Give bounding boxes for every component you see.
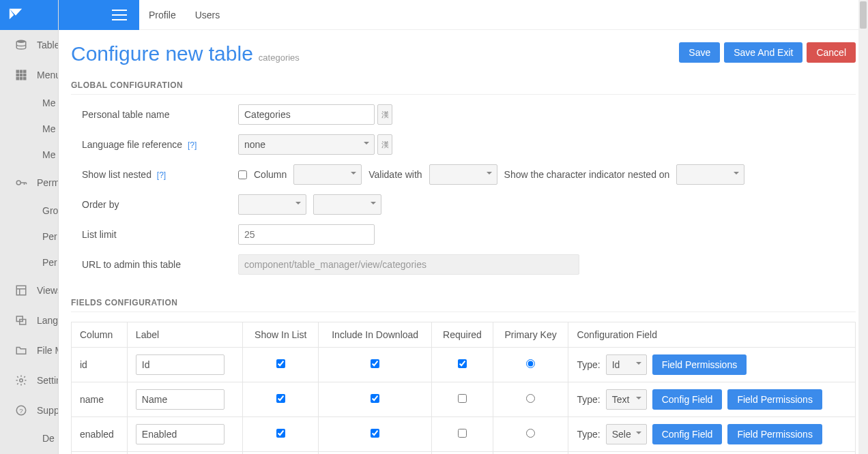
sidebar-sub-perm[interactable]: Per <box>0 224 58 249</box>
config-field-button[interactable]: Config Field <box>652 389 723 410</box>
radio-pk[interactable] <box>526 359 535 368</box>
sidebar-item-file[interactable]: File M <box>0 335 58 365</box>
layout-icon <box>15 284 27 297</box>
hamburger-icon[interactable] <box>112 10 127 20</box>
label-list-limit: List limit <box>71 229 238 240</box>
translate-button[interactable]: 漢 <box>377 134 392 155</box>
brand-bar <box>0 0 58 30</box>
page-subtitle: categories <box>259 52 300 63</box>
th-required: Required <box>432 322 493 348</box>
select-validate-with[interactable] <box>429 164 497 185</box>
language-icon <box>15 314 27 327</box>
select-show-char[interactable] <box>676 164 744 185</box>
svg-point-0 <box>16 40 26 44</box>
th-column: Column <box>72 322 128 348</box>
select-order-field[interactable] <box>238 194 306 215</box>
topnav-users[interactable]: Users <box>195 10 220 20</box>
select-type[interactable]: Select <box>606 424 647 444</box>
input-field-label[interactable] <box>136 354 225 375</box>
sidebar-item-label: Langu <box>37 315 59 326</box>
label-type: Type: <box>577 359 600 370</box>
sidebar-item-label: Views <box>37 285 59 296</box>
svg-rect-6 <box>23 74 27 77</box>
cancel-button[interactable]: Cancel <box>807 42 856 63</box>
scrollbar[interactable] <box>858 0 868 454</box>
select-column[interactable] <box>293 164 362 185</box>
radio-pk[interactable] <box>526 429 535 438</box>
checkbox-show[interactable] <box>276 429 285 438</box>
gear-icon <box>15 374 27 387</box>
table-row: enabled Type: Select Config Field Field … <box>72 417 856 452</box>
help-lang-ref[interactable]: [?] <box>188 140 197 150</box>
sidebar-item-logout[interactable]: Logou <box>0 451 58 454</box>
checkbox-required[interactable] <box>458 359 467 368</box>
sidebar-item-perm[interactable]: Perm <box>0 168 58 198</box>
label-show-char: Show the character indicator nested on <box>504 169 670 180</box>
label-lang-ref: Language file reference <box>82 139 182 150</box>
save-exit-button[interactable]: Save And Exit <box>724 42 802 63</box>
field-permissions-button[interactable]: Field Permissions <box>727 424 822 444</box>
svg-rect-4 <box>16 74 20 77</box>
svg-point-10 <box>16 181 20 185</box>
field-permissions-button[interactable]: Field Permissions <box>727 389 822 410</box>
checkbox-show-nested[interactable] <box>238 170 247 179</box>
th-download: Include In Download <box>319 322 432 348</box>
topnav-profile[interactable]: Profile <box>149 10 176 20</box>
sidebar-item-label: Table <box>37 40 59 50</box>
select-order-dir[interactable] <box>313 194 381 215</box>
grid-icon <box>15 69 27 81</box>
sidebar-item-table[interactable]: Table <box>0 30 58 60</box>
select-type[interactable]: Text <box>606 389 647 410</box>
sidebar-sub-menu[interactable]: Me <box>0 116 58 142</box>
sidebar-item-menu[interactable]: Menu <box>0 60 58 90</box>
input-list-limit[interactable] <box>238 224 375 245</box>
svg-text:?: ? <box>19 407 23 414</box>
checkbox-show[interactable] <box>276 394 285 403</box>
sidebar: Table Menu Me Me Me Perm Gro Per Per Vie… <box>0 0 59 454</box>
sidebar-item-settings[interactable]: Settin <box>0 365 58 395</box>
scrollbar-thumb[interactable] <box>860 1 867 29</box>
table-row: name Type: Text Config Field Field Permi… <box>72 382 856 417</box>
input-personal-name[interactable] <box>238 104 375 125</box>
checkbox-required[interactable] <box>458 429 467 438</box>
svg-rect-7 <box>16 77 20 80</box>
svg-point-14 <box>20 379 23 382</box>
sidebar-item-label: Supp <box>37 405 59 416</box>
topnav: Profile Users <box>59 0 868 30</box>
config-field-button[interactable]: Config Field <box>652 424 723 444</box>
sidebar-sub-perm[interactable]: Gro <box>0 198 58 224</box>
checkbox-download[interactable] <box>371 394 379 403</box>
key-icon <box>15 177 27 189</box>
checkbox-download[interactable] <box>371 429 379 438</box>
checkbox-required[interactable] <box>458 394 467 403</box>
cell-column: date <box>72 452 128 455</box>
fields-config-heading: FIELDS CONFIGURATION <box>71 298 856 312</box>
translate-button[interactable]: 漢 <box>377 104 392 125</box>
input-field-label[interactable] <box>136 389 225 410</box>
radio-pk[interactable] <box>526 394 535 403</box>
checkbox-download[interactable] <box>371 359 379 368</box>
sidebar-sub-menu[interactable]: Me <box>0 90 58 116</box>
svg-rect-8 <box>20 77 23 80</box>
folder-icon <box>15 344 27 357</box>
sidebar-sub-perm[interactable]: Per <box>0 249 58 275</box>
global-config-heading: GLOBAL CONFIGURATION <box>71 80 856 95</box>
save-button[interactable]: Save <box>679 42 720 63</box>
help-show-nested[interactable]: [?] <box>157 170 166 180</box>
sidebar-item-label: Settin <box>37 375 59 386</box>
table-row: id Type: Id Field Permissions <box>72 348 856 382</box>
checkbox-show[interactable] <box>276 359 285 368</box>
select-type[interactable]: Id <box>606 354 647 375</box>
select-lang-ref[interactable]: none <box>238 134 375 155</box>
sidebar-sub-supp[interactable]: De <box>0 425 58 451</box>
label-order-by: Order by <box>71 199 238 210</box>
fields-table: Column Label Show In List Include In Dow… <box>71 322 856 454</box>
sidebar-item-lang[interactable]: Langu <box>0 305 58 335</box>
sidebar-item-support[interactable]: ? Supp <box>0 395 58 425</box>
input-field-label[interactable] <box>136 424 225 444</box>
field-permissions-button[interactable]: Field Permissions <box>652 354 747 375</box>
help-icon: ? <box>15 404 27 417</box>
sidebar-item-views[interactable]: Views <box>0 275 58 305</box>
cell-column: name <box>72 382 128 417</box>
sidebar-sub-menu[interactable]: Me <box>0 142 58 168</box>
